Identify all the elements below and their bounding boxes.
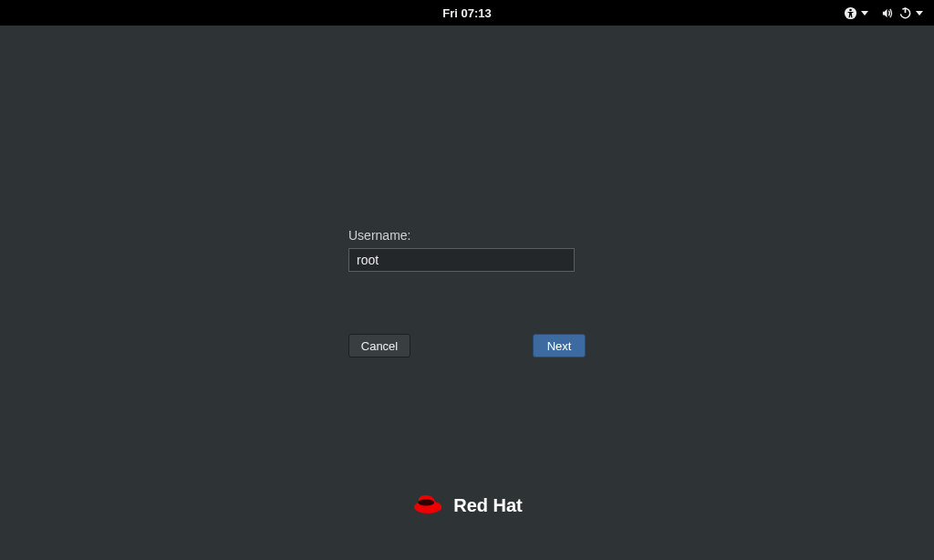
username-label: Username: (348, 228, 586, 243)
branding-text: Red Hat (453, 495, 523, 516)
cancel-button[interactable]: Cancel (348, 334, 410, 358)
top-bar: Fri 07:13 (0, 0, 934, 26)
button-row: Cancel Next (348, 334, 586, 358)
branding-logo: Red Hat (411, 491, 523, 520)
redhat-icon (411, 491, 444, 520)
username-input[interactable] (348, 248, 575, 272)
svg-point-1 (849, 8, 852, 11)
accessibility-icon (844, 6, 857, 20)
system-tray (844, 6, 923, 20)
accessibility-menu[interactable] (844, 6, 868, 20)
login-form: Username: (348, 228, 586, 272)
clock[interactable]: Fri 07:13 (442, 6, 491, 20)
volume-icon (881, 6, 895, 20)
chevron-down-icon (861, 11, 868, 16)
system-menu[interactable] (881, 6, 923, 20)
next-button[interactable]: Next (533, 334, 586, 358)
chevron-down-icon (916, 11, 923, 16)
svg-point-5 (418, 500, 434, 506)
power-icon (898, 6, 912, 20)
